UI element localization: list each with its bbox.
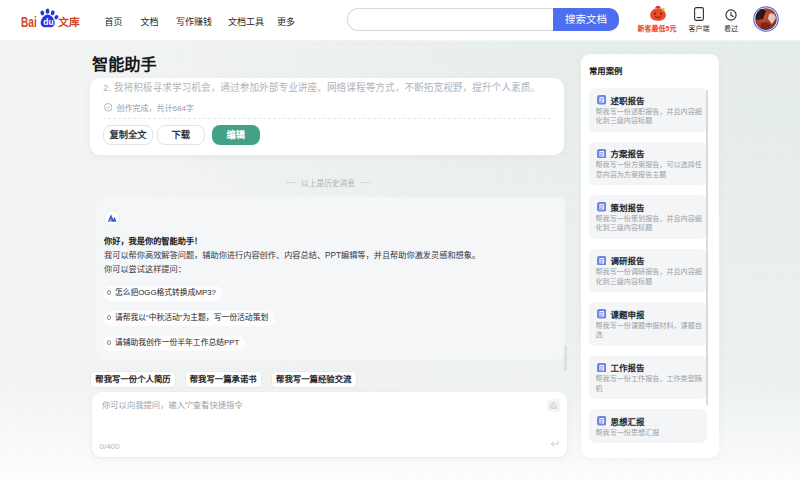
svg-text:文库: 文库 — [57, 16, 80, 28]
svg-text:du: du — [43, 17, 53, 27]
svg-text:Bai: Bai — [21, 13, 37, 30]
